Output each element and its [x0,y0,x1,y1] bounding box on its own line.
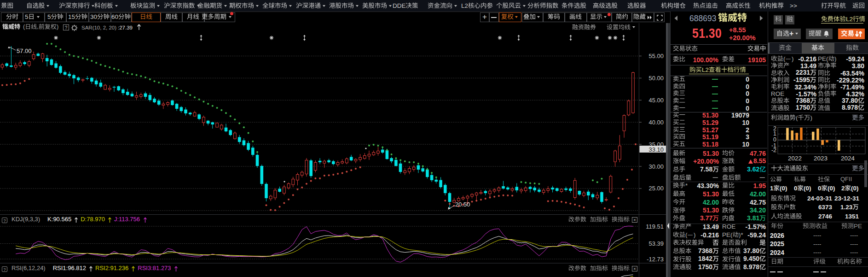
svg-text:(: ( [796,114,798,121]
svg-text:,: , [37,24,39,30]
svg-text:7368: 7368 [698,248,712,254]
svg-text:0: 0 [794,185,798,192]
svg-text:7368: 7368 [796,97,810,104]
svg-text:1750: 1750 [698,264,712,271]
svg-text:1: 1 [770,185,774,192]
svg-text:>>: >> [790,2,797,9]
svg-text:*: * [685,182,688,189]
svg-text:PE: PE [854,223,862,230]
svg-text:-12.73: -12.73 [647,256,664,263]
svg-text:15: 15 [68,13,75,20]
svg-text:40.00: 40.00 [648,119,664,126]
svg-text:53.39: 53.39 [648,240,664,247]
svg-text:60: 60 [111,13,118,20]
svg-text:)*: )* [739,231,743,238]
svg-text:33.10: 33.10 [648,146,664,153]
svg-text:8.978: 8.978 [842,104,858,111]
svg-text:ROE: ROE [771,90,784,97]
svg-text:): ) [834,55,836,62]
svg-text:PE(: PE( [818,55,828,62]
svg-text:30: 30 [90,13,97,20]
svg-text:(: ( [23,24,25,30]
svg-text:(0): (0) [851,185,859,192]
svg-text:L2: L2 [846,16,853,23]
svg-text:1842: 1842 [698,255,712,262]
svg-text:L2: L2 [702,66,709,73]
svg-text:37.80: 37.80 [743,248,759,254]
svg-text:5: 5 [47,13,51,20]
svg-text:25.00: 25.00 [648,185,664,192]
svg-text:9.450: 9.450 [743,255,759,262]
svg-text:20.50: 20.50 [455,201,470,208]
svg-text:DDE: DDE [393,2,406,9]
svg-text:ROE: ROE [722,223,735,230]
svg-text:119.51: 119.51 [646,223,664,230]
svg-text:): ) [694,231,695,238]
svg-text:(: ( [783,55,786,62]
svg-text:8.55: 8.55 [753,158,766,165]
svg-text:L2: L2 [461,2,468,9]
svg-text:2: 2 [841,185,845,192]
svg-text:): ) [792,55,793,62]
svg-text:(0): (0) [827,185,835,192]
svg-text:37.80: 37.80 [842,97,858,104]
svg-text:(0): (0) [804,185,811,192]
svg-text:(0): (0) [780,185,787,192]
svg-text:): ) [57,24,58,30]
svg-text:30.00: 30.00 [648,163,664,170]
svg-text:PE(: PE( [722,231,733,238]
svg-text:2231: 2231 [796,69,810,76]
svg-text:1.23: 1.23 [840,204,853,211]
svg-text:-1595: -1595 [793,77,810,83]
svg-text:5: 5 [25,13,29,20]
svg-text:1750: 1750 [796,104,810,111]
svg-text:57.00: 57.00 [17,47,32,54]
svg-text:3.81: 3.81 [747,215,759,222]
svg-text:3.77: 3.77 [700,215,712,222]
svg-text:50.00: 50.00 [648,75,664,82]
svg-text:QFII: QFII [840,176,852,183]
svg-text:): ) [810,114,813,121]
svg-text:55.00: 55.00 [648,53,664,59]
svg-text:(: ( [685,231,688,238]
svg-text:45.00: 45.00 [648,97,664,104]
svg-text:3.62: 3.62 [747,166,759,173]
svg-text:7.58: 7.58 [700,166,712,173]
svg-text:0: 0 [818,185,822,192]
svg-text:8.978: 8.978 [743,264,759,271]
